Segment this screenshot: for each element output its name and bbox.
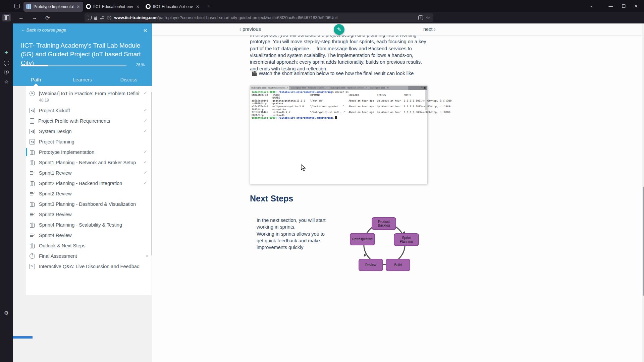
autoplay-blocked-icon[interactable] [107,16,111,20]
diagram-node-build: Build [386,259,410,271]
course-unit-list: [Webinar] IoT in Practice: From Problem … [26,86,152,295]
course-unit-item[interactable]: Sprint2 Planning - Backend Integration✓ [26,180,152,186]
save-page-icon[interactable] [418,15,423,20]
back-to-course-link[interactable]: ← Back to course page [21,27,66,33]
tab-close-icon[interactable]: ✕ [136,4,140,9]
bookmarks-icon[interactable]: ☆ [0,79,13,85]
terminal-tab[interactable]: student@iict-0000: ~/01labs/iot-environm… [329,86,369,90]
sidebar-tab-discuss[interactable]: Discuss [106,74,152,86]
question-icon [30,253,35,259]
book-icon [30,201,35,207]
course-unit-label: Sprint1 Planning - Network and Broker Se… [39,160,140,166]
window-maximize-button[interactable]: ☐ [622,4,626,9]
checklist-icon [30,233,35,238]
course-progress-bar [21,65,126,66]
course-unit-item[interactable]: Sprint1 Review✓ [26,170,152,176]
course-unit-item[interactable]: Sprint4 Planning - Scalability & Testing [26,222,152,228]
diagram-node-review: Review [359,259,383,271]
browser-tab-title: IICT-Education/iot-environmen [93,4,133,9]
next-steps-line: In the next section, you will start work… [257,217,331,231]
tab-close-icon[interactable]: ✕ [195,4,200,9]
browser-tab[interactable]: IICT-Education/iot-environmen✕ [83,2,143,12]
course-unit-label: Sprint3 Review [39,212,140,218]
checklist-icon [30,191,35,196]
page-scrollbar[interactable] [642,23,644,362]
sidebar-toggle-icon[interactable] [2,14,11,21]
course-unit-label: Sprint2 Planning - Backend Integration [39,180,140,186]
course-unit-item[interactable]: Sprint3 Review [26,212,152,218]
tab-strip: Prototype Implementation✕IICT-Education/… [0,0,644,12]
course-progress-label: 26 % [136,63,145,67]
course-unit-item[interactable]: Project Planning [26,139,152,145]
book-icon [30,181,35,186]
terminal-tab[interactable]: student@iict-0000: ~/01labs/iot-environm… [290,86,329,90]
collapse-sidebar-icon[interactable]: « [141,26,149,34]
window-close-button[interactable]: ✕ [634,4,638,9]
sidebar-tab-learners[interactable]: Learners [59,74,105,86]
course-unit-duration: 48:19 [39,97,140,103]
course-unit-item[interactable]: Project Profile with Requirements✓ [26,118,152,124]
terminal-animation-player[interactable]: student@iict-0000: ~/01labs/iot-environm… [250,85,428,184]
url-text[interactable]: www.iict-training.com/path-player?course… [114,15,416,20]
qa-icon [30,264,35,269]
slides-icon [30,108,35,113]
lesson-pager-bar: ‹ previous ✎ next › [152,23,642,36]
course-unit-item[interactable]: Sprint4 Review [26,232,152,238]
completed-check-icon: ✓ [144,180,148,185]
sprint-cycle-diagram: Product BacklogRetrospectiveSprint Plann… [350,216,421,274]
completed-check-icon: ✓ [144,170,148,175]
terminal-path: ~/01labs/iot-environmental-monitoring [277,90,332,94]
course-unit-item[interactable]: Project Kickoff✓ [26,108,152,114]
course-unit-item[interactable]: Outlook & Next Steps [26,243,152,249]
terminal-tab[interactable]: student@iict-0000: ~/01labs/iot-environm… [250,86,290,90]
forward-button[interactable]: → [32,15,37,21]
slides-icon [30,129,35,134]
checklist-icon [30,170,35,176]
url-bar[interactable]: www.iict-training.com/path-player?course… [85,13,433,22]
pdf-icon [30,118,34,124]
course-unit-label: Sprint3 Planning - Dashboard & Visualiza… [39,201,140,207]
terminal-tab[interactable]: student@iict-0000: ~/0 [369,86,409,90]
permissions-icon[interactable] [100,16,104,19]
bookmark-star-icon[interactable]: ☆ [426,15,430,21]
chat-bubble-icon[interactable] [0,60,13,66]
app-favicon [26,4,31,9]
course-unit-item[interactable]: Sprint2 Review [26,191,152,197]
sidebar-tab-path[interactable]: Path [13,74,59,86]
next-unit-link[interactable]: next › [423,26,435,32]
firefox-view-icon[interactable] [13,3,21,9]
list-all-tabs-icon[interactable]: ⌄ [590,3,593,8]
browser-tab[interactable]: IICT-Education/iot-environmen✕ [143,2,203,12]
horizontal-scrollbar-thumb[interactable] [13,336,33,339]
previous-unit-link[interactable]: ‹ previous [239,26,261,32]
reload-button[interactable]: ⟳ [45,15,50,21]
navigation-bar: ← → ⟳ www.iict-training.com/path-player?… [0,12,644,23]
course-unit-label: Project Kickoff [39,108,140,114]
course-unit-item[interactable]: [Webinar] IoT in Practice: From Problem … [26,90,152,103]
course-unit-item[interactable]: Sprint1 Planning - Network and Broker Se… [26,160,152,166]
course-unit-item[interactable]: Sprint3 Planning - Dashboard & Visualiza… [26,201,152,207]
course-unit-label: Project Planning [39,139,140,145]
tracking-shield-icon[interactable] [88,16,92,20]
terminal-new-tab-icon[interactable]: + ▣ [421,86,427,90]
book-icon [30,222,35,228]
course-unit-item[interactable]: System Design✓ [26,128,152,134]
ai-chatbot-icon[interactable]: ✦ [0,50,13,56]
new-tab-button[interactable]: + [207,3,211,9]
terminal-cursor: █ [335,116,336,119]
edit-page-button[interactable]: ✎ [334,24,344,35]
browser-tab[interactable]: Prototype Implementation✕ [23,2,83,12]
window-minimize-button[interactable]: — [608,4,613,9]
course-unit-item[interactable]: Prototype Implementation✓ [26,149,152,155]
tab-close-icon[interactable]: ✕ [76,4,80,9]
course-unit-item[interactable]: Final Assessment [26,253,152,259]
browser-tab-title: IICT-Education/iot-environmen [153,4,193,9]
lock-icon[interactable] [94,17,97,20]
back-button[interactable]: ← [18,15,24,21]
course-unit-item[interactable]: Interactive Q&A: Live Discussion and Fee… [26,263,152,269]
settings-gear-icon[interactable]: ⚙ [0,310,13,316]
history-icon[interactable] [0,70,13,75]
page-scrollbar-thumb[interactable] [643,187,644,296]
course-unit-label: Prototype Implementation [39,149,140,155]
terminal-user: tudent@iict-0000 [252,90,275,94]
